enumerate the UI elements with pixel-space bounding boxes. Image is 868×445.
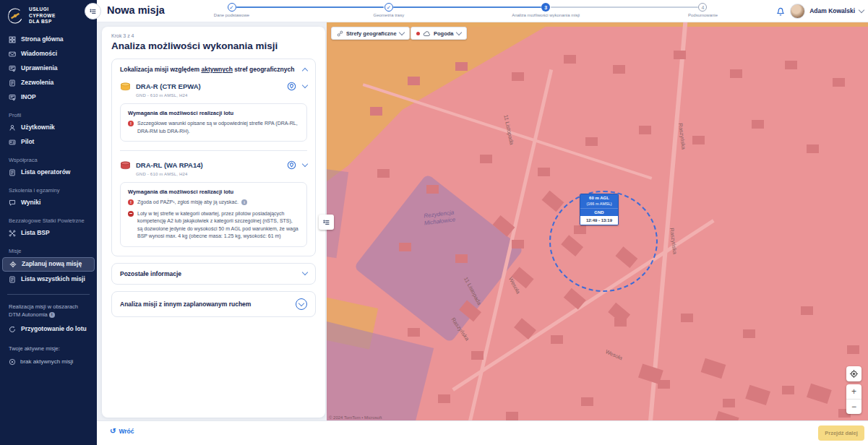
traffic-analysis-title: Analiza misji z innym zaplanowanym ruche… [120,301,251,308]
chevron-down-icon [859,7,864,12]
locate-button[interactable] [846,366,861,381]
step-check-icon: ✓ [228,3,236,12]
sidebar-item-label: Przygotowanie do lotu [21,326,87,332]
sidebar-item-uprawnienia[interactable]: Uprawnienia [0,61,97,76]
weather-dropdown-label: Pogoda [434,30,454,37]
location-zones-title: Lokalizacja misji względem aktywnych str… [120,66,294,73]
sidebar-item-label: Użytkownik [21,124,55,131]
step-analiza[interactable]: 3 Analiza możliwości wykonania misji [541,3,551,12]
show-on-map-icon[interactable] [287,160,296,170]
requirement-item: Loty w tej strefie w kategorii otwartej,… [128,210,299,241]
sidebar-item-inop[interactable]: INOP [0,90,97,105]
requirement-item: ! Szczegółowe warunki opisane są w odpow… [128,120,299,135]
sidebar-collapse-button[interactable] [85,3,101,20]
info-icon[interactable]: i [241,199,247,205]
sidebar: USŁUGI CYFROWE DLA BSP Strona główna Wia… [0,0,97,445]
sidebar-item-wyniki[interactable]: Wyniki [0,196,97,210]
step-dane-podstawowe[interactable]: ✓ Dane podstawowe [227,3,236,12]
map-attribution: © 2024 TomTom • Microsoft [329,415,382,420]
drone-icon [9,230,16,237]
sidebar-section-misje: Misje [0,241,97,256]
results-icon [9,199,16,207]
zone-row-dra-r[interactable]: DRA-R (CTR EPWA) [112,79,315,91]
next-button[interactable]: Przejdź dalej [818,425,864,441]
sidebar-item-zaplanuj-nowa-misje[interactable]: Zaplanuj nową misję [2,257,95,272]
geozones-dropdown[interactable]: Strefy geograficzne [331,27,410,40]
dtm-note-text: Realizacja misji w obszarach DTM Autonom… [9,303,78,318]
other-info-header[interactable]: Pozostałe informacje [112,264,315,284]
step-geometria-trasy[interactable]: ✓ Geometria trasy [384,3,393,12]
chevron-down-icon[interactable] [302,82,308,88]
dtm-note: Realizacja misji w obszarach DTM Autonom… [0,298,97,319]
sidebar-divider [7,294,90,295]
zoom-in-button[interactable]: + [846,384,861,399]
location-zones-card: Lokalizacja misji względem aktywnych str… [111,59,316,256]
map-buildings [701,358,726,379]
sidebar-item-lista-wszystkich-misji[interactable]: Lista wszystkich misji [0,272,97,287]
requirement-text: Szczegółowe warunki opisane są w odpowie… [137,120,299,135]
weather-dropdown[interactable]: Pogoda [411,27,467,40]
sidebar-item-pilot[interactable]: Pilot [0,135,97,150]
stepper-line [236,7,384,8]
sidebar-item-lista-operatorow[interactable]: Lista operatorów [0,165,97,180]
traffic-analysis-header[interactable]: Analiza misji z innym zaplanowanym ruche… [112,292,315,316]
sidebar-section-szkolenia: Szkolenia i egzaminy [0,180,97,196]
sidebar-item-strona-glowna[interactable]: Strona główna [0,33,97,47]
sidebar-item-label: Lista operatorów [21,169,70,176]
user-menu[interactable]: Adam Kowalski [775,0,864,22]
street-label: Wesoła [604,348,623,361]
user-icon [9,124,16,131]
zone-purple-area [353,173,524,343]
sidebar-item-zezwolenia[interactable]: Zezwolenia [0,76,97,90]
location-zones-header[interactable]: Lokalizacja misji względem aktywnych str… [112,59,315,79]
active-zones-link[interactable]: aktywnych [201,66,232,73]
map-region[interactable]: Rezydencja Michałowice Raszyńska Raszyńs… [327,22,868,421]
sidebar-item-wiadomosci[interactable]: Wiadomości [0,47,97,61]
layers-icon [337,30,343,37]
step-label: Dane podstawowe [214,13,249,17]
zone-altitude: GND - 610 m AMSL, H24 [112,91,315,103]
cloud-icon [423,30,431,37]
avatar[interactable] [790,4,805,19]
sidebar-section-bsp: Bezzałogowe Statki Powietrzne [0,210,97,226]
undo-icon: ↺ [110,428,116,435]
chevron-down-icon [455,29,461,35]
brand-line3: DLA BSP [29,19,56,25]
zone-row-dra-rl[interactable]: DRA-RL (WA RPA14) [112,158,315,170]
tooltip-amsl: (166 m AMSL) [580,202,618,207]
no-entry-icon [128,211,134,217]
tooltip-agl: 60 m AGL [580,195,618,202]
panel-collapse-button[interactable] [319,215,334,230]
other-info-card: Pozostałe informacje [111,263,316,285]
brand-logo-icon [6,7,25,25]
target-icon [9,261,17,268]
zoom-out-button[interactable]: − [846,399,861,414]
step-number: 4 [698,3,707,12]
show-on-map-icon[interactable] [287,82,296,91]
zone-cylinder-icon-red [120,161,131,170]
back-button[interactable]: ↺ Wróć [110,428,134,435]
stepper-line [393,7,541,8]
sidebar-item-uzytkownik[interactable]: Użytkownik [0,121,97,135]
document-icon [9,79,16,87]
step-label: Podsumowanie [688,13,718,17]
requirement-item: ! Zgoda od PAŻP¹, zgłoś misję aby ją uzy… [128,199,299,207]
sidebar-item-label: Uprawnienia [21,65,58,72]
chevron-down-icon[interactable] [302,161,308,167]
requirement-text: Zgoda od PAŻP¹, zgłoś misję aby ją uzysk… [137,199,247,207]
panel-title: Analiza możliwości wykonania misji [111,40,316,51]
chevron-down-icon [398,29,404,35]
sidebar-section-wspolpraca: Współpraca [0,150,97,165]
zone-altitude: GND - 610 m AMSL, H24 [112,170,315,182]
sidebar-item-przygotowanie-do-lotu[interactable]: Przygotowanie do lotu [0,319,97,337]
info-icon[interactable]: i [49,312,55,318]
zoom-controls: + − [846,384,861,414]
step-podsumowanie[interactable]: 4 Podsumowanie [698,3,708,12]
sidebar-item-label: Wiadomości [21,51,57,57]
sidebar-item-lista-bsp[interactable]: Lista BSP [0,226,97,241]
chevron-down-circle-icon[interactable] [296,298,307,310]
user-name: Adam Kowalski [809,7,855,14]
step-label: Geometria trasy [373,13,404,17]
bell-icon[interactable] [775,6,786,16]
traffic-analysis-card: Analiza misji z innym zaplanowanym ruche… [111,291,316,317]
